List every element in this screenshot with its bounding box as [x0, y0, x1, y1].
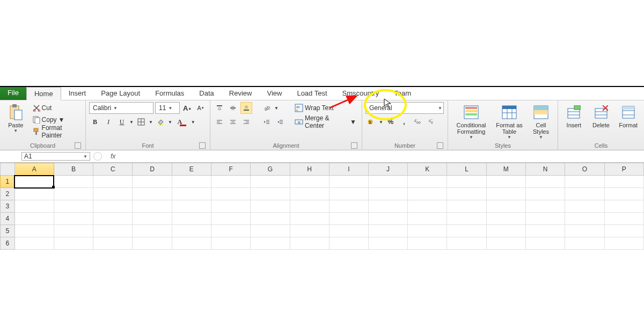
cell[interactable] [54, 188, 93, 200]
cell[interactable] [368, 225, 407, 237]
cell[interactable] [211, 200, 250, 213]
caret-icon[interactable]: ▼ [149, 120, 153, 125]
col-header[interactable]: L [447, 163, 486, 176]
col-header[interactable]: E [172, 163, 211, 176]
dialog-launcher-icon[interactable] [75, 142, 81, 149]
cell[interactable] [329, 200, 368, 213]
cell[interactable] [133, 188, 172, 200]
col-header[interactable]: F [211, 163, 250, 176]
worksheet-grid[interactable]: A B C D E F G H I J K L M N O P 1 2 3 4 … [0, 163, 644, 250]
cell[interactable] [408, 176, 447, 188]
cell[interactable] [14, 200, 54, 213]
cell[interactable] [14, 176, 54, 188]
row-header[interactable]: 4 [1, 213, 15, 225]
wrap-text-button[interactable]: abc Wrap Text [292, 103, 358, 113]
increase-indent-button[interactable] [274, 116, 286, 128]
insert-cells-button[interactable]: Insert [561, 103, 587, 141]
cell[interactable] [408, 213, 447, 225]
dialog-launcher-icon[interactable] [199, 142, 206, 149]
cell[interactable] [133, 176, 172, 188]
cell[interactable] [251, 176, 290, 188]
cell[interactable] [251, 200, 290, 213]
cancel-icon[interactable] [93, 152, 102, 161]
cell[interactable] [565, 176, 604, 188]
tab-view[interactable]: View [259, 87, 289, 100]
cell[interactable] [14, 213, 54, 225]
cell[interactable] [368, 176, 407, 188]
decrease-indent-button[interactable] [261, 116, 273, 128]
cell[interactable] [329, 237, 368, 250]
fx-icon[interactable]: fx [104, 153, 122, 160]
align-top-button[interactable] [214, 102, 225, 114]
cell[interactable] [290, 237, 329, 250]
col-header[interactable]: K [408, 163, 447, 176]
col-header[interactable]: M [486, 163, 525, 176]
cell[interactable] [329, 188, 368, 200]
cell[interactable] [447, 200, 486, 213]
cell[interactable] [565, 213, 604, 225]
cell[interactable] [172, 213, 211, 225]
cell[interactable] [486, 176, 525, 188]
col-header[interactable]: A [14, 163, 54, 176]
cell[interactable] [54, 213, 93, 225]
cell[interactable] [368, 213, 407, 225]
col-header[interactable]: C [93, 163, 133, 176]
tab-home[interactable]: Home [26, 87, 61, 100]
name-box[interactable]: A1 ▼ [21, 152, 90, 161]
tab-data[interactable]: Data [192, 87, 221, 100]
cell[interactable] [526, 200, 565, 213]
cell[interactable] [133, 225, 172, 237]
orientation-button[interactable]: ab [261, 102, 273, 114]
cell[interactable] [211, 237, 250, 250]
tab-file[interactable]: File [0, 87, 26, 100]
cell[interactable] [486, 188, 525, 200]
cell[interactable] [447, 176, 486, 188]
cell[interactable] [290, 225, 329, 237]
merge-center-button[interactable]: a Merge & Center ▼ [292, 117, 358, 127]
col-header[interactable]: H [290, 163, 329, 176]
accounting-format-button[interactable]: $ [365, 116, 377, 128]
col-header[interactable]: N [526, 163, 565, 176]
paste-button[interactable]: Paste ▼ [3, 103, 28, 141]
tab-page-layout[interactable]: Page Layout [93, 87, 148, 100]
cell[interactable] [486, 237, 525, 250]
font-color-button[interactable]: A [174, 116, 186, 128]
cell[interactable] [290, 200, 329, 213]
cell[interactable] [526, 176, 565, 188]
format-cells-button[interactable]: Format [616, 103, 641, 141]
underline-button[interactable]: U [116, 116, 128, 128]
tab-formulas[interactable]: Formulas [148, 87, 192, 100]
cell[interactable] [408, 200, 447, 213]
cell[interactable] [93, 188, 133, 200]
cell[interactable] [526, 225, 565, 237]
col-header[interactable]: G [251, 163, 290, 176]
col-header[interactable]: I [329, 163, 368, 176]
cut-button[interactable]: Cut [31, 103, 83, 113]
row-header[interactable]: 2 [1, 188, 15, 200]
cell[interactable] [133, 200, 172, 213]
percent-button[interactable]: % [385, 116, 397, 128]
cell[interactable] [211, 213, 250, 225]
cell[interactable] [447, 225, 486, 237]
cell[interactable] [211, 176, 250, 188]
align-middle-button[interactable] [227, 102, 239, 114]
cell[interactable] [93, 213, 133, 225]
border-button[interactable] [135, 116, 147, 128]
cell[interactable] [604, 188, 643, 200]
cell[interactable] [565, 188, 604, 200]
align-bottom-button[interactable] [240, 102, 252, 114]
caret-icon[interactable]: ▼ [274, 106, 279, 111]
cell[interactable] [251, 213, 290, 225]
select-all-corner[interactable] [1, 163, 15, 176]
col-header[interactable]: P [604, 163, 643, 176]
cell[interactable] [329, 213, 368, 225]
cell[interactable] [54, 176, 93, 188]
row-header[interactable]: 3 [1, 200, 15, 213]
cell[interactable] [93, 237, 133, 250]
align-center-button[interactable] [227, 116, 239, 128]
cell[interactable] [211, 188, 250, 200]
cell[interactable] [447, 188, 486, 200]
cell[interactable] [329, 176, 368, 188]
cell[interactable] [408, 237, 447, 250]
format-as-table-button[interactable]: Format as Table ▼ [493, 103, 525, 141]
